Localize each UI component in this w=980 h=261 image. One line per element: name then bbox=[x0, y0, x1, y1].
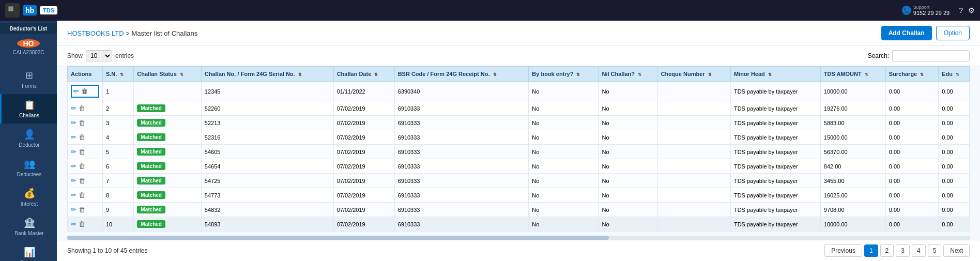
table-row: ✏ 🗑 2Matched5226007/02/20196910333NoNoTD… bbox=[68, 101, 970, 116]
settings-icon[interactable]: ⚙ bbox=[968, 6, 975, 14]
challan-no-cell: 54773 bbox=[201, 188, 333, 203]
edit-button[interactable]: ✏ bbox=[71, 133, 76, 141]
sidebar-item-reports[interactable]: 📊 Reports bbox=[0, 241, 57, 261]
page-4-button[interactable]: 4 bbox=[912, 244, 926, 257]
challan-date-cell: 07/02/2019 bbox=[333, 188, 394, 203]
delete-button[interactable]: 🗑 bbox=[79, 177, 85, 185]
edit-button[interactable]: ✏ bbox=[73, 87, 79, 95]
edu-cell: 0.00 bbox=[939, 82, 970, 101]
challan-date-cell: 07/02/2019 bbox=[333, 101, 394, 116]
challan-no-cell: 12345 bbox=[201, 82, 333, 101]
edit-button[interactable]: ✏ bbox=[71, 162, 76, 170]
col-status[interactable]: Challan Status ⇅ bbox=[134, 67, 201, 82]
edu-cell: 0.00 bbox=[939, 101, 970, 116]
reports-icon: 📊 bbox=[24, 247, 35, 258]
breadcrumb-separator: > bbox=[126, 29, 131, 37]
breadcrumb-page: Master list of Challans bbox=[131, 29, 197, 37]
col-minor-head[interactable]: Minor Head ⇅ bbox=[730, 67, 820, 82]
col-bsr-code[interactable]: BSR Code / Form 24G Receipt No. ⇅ bbox=[394, 67, 529, 82]
table-row: ✏ 🗑 4Matched5231607/02/20196910333NoNoTD… bbox=[68, 130, 970, 145]
cheque-cell bbox=[657, 82, 730, 101]
pagination-controls: Previous 1 2 3 4 5 Next bbox=[824, 244, 970, 257]
edit-button[interactable]: ✏ bbox=[71, 119, 76, 127]
sidebar-item-interest[interactable]: 💰 Interest bbox=[0, 182, 57, 212]
edit-button[interactable]: ✏ bbox=[71, 177, 76, 185]
edit-button[interactable]: ✏ bbox=[71, 220, 76, 228]
challan-no-cell: 54654 bbox=[201, 159, 333, 174]
previous-button[interactable]: Previous bbox=[824, 244, 862, 257]
edit-button[interactable]: ✏ bbox=[71, 206, 76, 213]
table-row: ✏ 🗑 3Matched5221307/02/20196910333NoNoTD… bbox=[68, 116, 970, 130]
challan-no-cell: 54893 bbox=[201, 217, 333, 232]
entries-select[interactable]: 10 25 50 100 bbox=[86, 50, 112, 62]
matched-badge: Matched bbox=[137, 220, 165, 228]
delete-button[interactable]: 🗑 bbox=[79, 119, 85, 127]
breadcrumb: HOSTBOOKS LTD > Master list of Challans bbox=[67, 29, 197, 37]
delete-button[interactable]: 🗑 bbox=[79, 206, 85, 213]
col-cheque[interactable]: Cheque Number ⇅ bbox=[657, 67, 730, 82]
surcharge-cell: 0.00 bbox=[885, 82, 938, 101]
edu-cell: 0.00 bbox=[939, 116, 970, 130]
pagination-bar: Showing 1 to 10 of 45 entries Previous 1… bbox=[57, 240, 980, 261]
delete-button[interactable]: 🗑 bbox=[81, 87, 88, 95]
delete-button[interactable]: 🗑 bbox=[79, 133, 85, 141]
table-row: ✏ 🗑 5Matched5460507/02/20196910333NoNoTD… bbox=[68, 145, 970, 159]
nil-challan-cell: No bbox=[599, 101, 657, 116]
col-edu[interactable]: Edu ⇅ bbox=[939, 67, 970, 82]
tds-amount-cell: 56370.00 bbox=[820, 145, 885, 159]
sidebar-item-deductor[interactable]: 👤 Deductor bbox=[0, 124, 57, 153]
challans-table: Actions S.N. ⇅ Challan Status ⇅ Challan … bbox=[67, 66, 970, 232]
next-button[interactable]: Next bbox=[943, 244, 970, 257]
help-icon[interactable]: ? bbox=[959, 6, 963, 14]
search-input[interactable] bbox=[892, 50, 970, 62]
by-book-cell: No bbox=[529, 82, 599, 101]
page-5-button[interactable]: 5 bbox=[928, 244, 942, 257]
challan-date-cell: 07/02/2019 bbox=[333, 203, 394, 217]
matched-badge: Matched bbox=[137, 119, 165, 127]
cheque-cell bbox=[657, 159, 730, 174]
col-challan-date[interactable]: Challan Date ⇅ bbox=[333, 67, 394, 82]
edit-button[interactable]: ✏ bbox=[71, 104, 76, 112]
col-sn[interactable]: S.N. ⇅ bbox=[102, 67, 133, 82]
delete-button[interactable]: 🗑 bbox=[79, 104, 85, 112]
bsr-code-cell: 6910333 bbox=[394, 116, 529, 130]
edit-button[interactable]: ✏ bbox=[71, 191, 76, 199]
status-cell: Matched bbox=[134, 101, 201, 116]
col-nil-challan[interactable]: Nil Challan? ⇅ bbox=[599, 67, 657, 82]
sidebar-item-challans[interactable]: 📋 Challans bbox=[0, 94, 57, 124]
by-book-cell: No bbox=[529, 217, 599, 232]
support-label: Support 9152 29 29 29 bbox=[913, 5, 950, 16]
show-label: Show bbox=[67, 52, 83, 59]
page-2-button[interactable]: 2 bbox=[880, 244, 894, 257]
sidebar-item-bank-master[interactable]: 🏦 Bank Master bbox=[0, 212, 57, 241]
page-3-button[interactable]: 3 bbox=[896, 244, 910, 257]
page-1-button[interactable]: 1 bbox=[864, 244, 878, 257]
challan-date-cell: 07/02/2019 bbox=[333, 130, 394, 145]
col-actions: Actions bbox=[68, 67, 103, 82]
challans-icon: 📋 bbox=[24, 99, 35, 111]
breadcrumb-company[interactable]: HOSTBOOKS LTD bbox=[67, 29, 124, 37]
status-cell bbox=[134, 82, 201, 101]
matched-badge: Matched bbox=[137, 177, 165, 185]
action-cell: ✏ 🗑 bbox=[68, 203, 103, 217]
edu-cell: 0.00 bbox=[939, 145, 970, 159]
cheque-cell bbox=[657, 130, 730, 145]
col-surcharge[interactable]: Surcharge ⇅ bbox=[885, 67, 938, 82]
delete-button[interactable]: 🗑 bbox=[79, 220, 85, 228]
sn-cell: 9 bbox=[102, 203, 133, 217]
sidebar-item-label-challans: Challans bbox=[19, 113, 39, 118]
horizontal-scrollbar[interactable] bbox=[67, 236, 970, 240]
surcharge-cell: 0.00 bbox=[885, 159, 938, 174]
delete-button[interactable]: 🗑 bbox=[79, 162, 85, 170]
delete-button[interactable]: 🗑 bbox=[79, 191, 85, 199]
delete-button[interactable]: 🗑 bbox=[79, 148, 85, 156]
col-challan-no[interactable]: Challan No. / Form 24G Serial No. ⇅ bbox=[201, 67, 333, 82]
add-challan-button[interactable]: Add Challan bbox=[881, 26, 932, 40]
table-row: ✏ 🗑 6Matched5465407/02/20196910333NoNoTD… bbox=[68, 159, 970, 174]
sidebar-item-forms[interactable]: ⊞ Forms bbox=[0, 65, 57, 94]
sidebar-item-deductees[interactable]: 👥 Deductees bbox=[0, 153, 57, 182]
col-tds-amount[interactable]: TDS AMOUNT ⇅ bbox=[820, 67, 885, 82]
option-button[interactable]: Option bbox=[936, 26, 970, 40]
edit-button[interactable]: ✏ bbox=[71, 148, 76, 156]
col-by-book[interactable]: By book entry? ⇅ bbox=[529, 67, 599, 82]
